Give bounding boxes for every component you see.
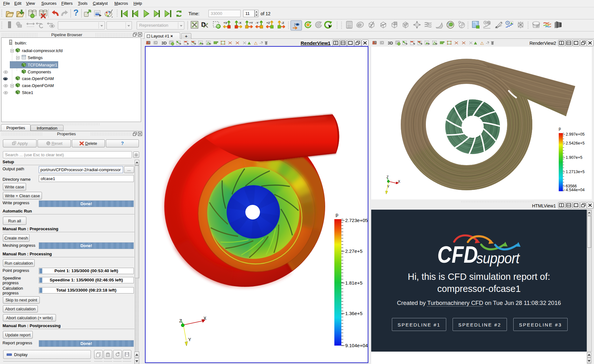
svg-text:1.81e+5: 1.81e+5	[345, 280, 363, 286]
svg-text:2.27e+5: 2.27e+5	[345, 248, 363, 254]
svg-text:p: p	[336, 212, 338, 217]
svg-text:Y: Y	[188, 337, 191, 342]
svg-text:1.36e+5: 1.36e+5	[345, 311, 363, 316]
svg-text:1.907e+5: 1.907e+5	[566, 155, 583, 160]
svg-text:X: X	[203, 316, 207, 321]
svg-text:1.2713e+5: 1.2713e+5	[566, 170, 584, 174]
svg-text:+X: +X	[223, 21, 228, 24]
svg-text:-X: -X	[238, 21, 242, 24]
svg-text:p: p	[559, 126, 561, 131]
svg-text:9.104e+04: 9.104e+04	[345, 343, 368, 348]
svg-text:2.723e+05: 2.723e+05	[345, 218, 368, 223]
svg-text:+Z: +Z	[266, 21, 270, 24]
svg-text:Z: Z	[386, 175, 389, 179]
svg-text:CFD: CFD	[437, 241, 478, 267]
svg-text:4.544e+04: 4.544e+04	[566, 188, 584, 192]
svg-text:-Z: -Z	[281, 21, 284, 24]
svg-text:Z: Z	[179, 318, 182, 323]
svg-text:+Y: +Y	[249, 21, 253, 24]
svg-text:2.997e+05: 2.997e+05	[566, 132, 584, 137]
svg-text:2.5426e+5: 2.5426e+5	[566, 141, 584, 145]
svg-text:Y: Y	[387, 185, 390, 188]
svg-text:X: X	[398, 179, 400, 183]
svg-text:support: support	[476, 250, 520, 266]
svg-text:-Y: -Y	[256, 21, 259, 24]
